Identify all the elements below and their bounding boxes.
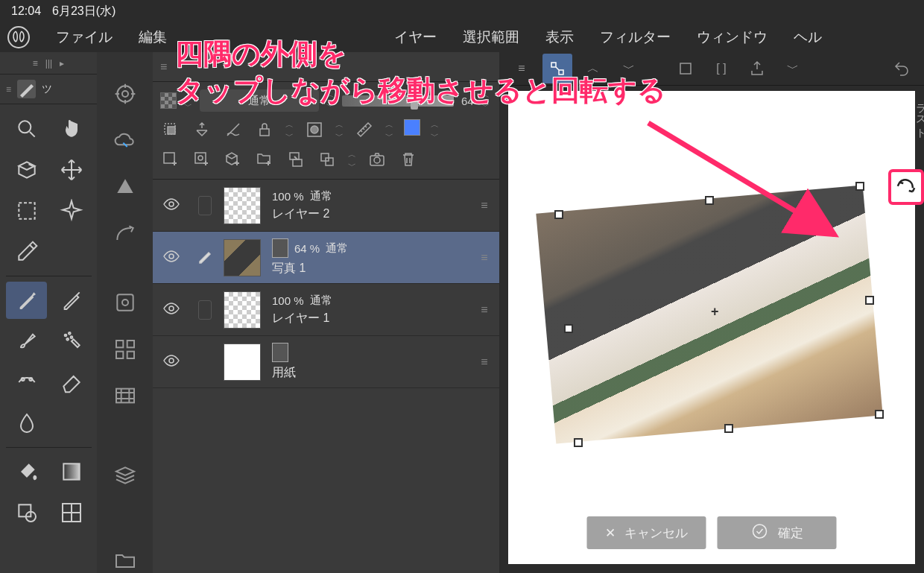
pencil-tool[interactable]: [51, 282, 92, 319]
canvas-viewport[interactable]: + ✕ キャンセル 確定: [508, 91, 915, 564]
checkerboard-icon[interactable]: [160, 92, 177, 109]
down-icon[interactable]: ﹀: [614, 54, 644, 83]
visibility-eye-icon[interactable]: [162, 195, 180, 216]
down-icon[interactable]: ﹀: [778, 54, 808, 83]
mask-icon[interactable]: [304, 119, 325, 140]
lock-slot[interactable]: [198, 300, 212, 320]
layer-menu-icon[interactable]: ≡: [469, 251, 499, 265]
pen-tool[interactable]: [6, 282, 47, 319]
transform-handle-tm[interactable]: [705, 196, 714, 205]
visibility-eye-icon[interactable]: [162, 247, 180, 268]
reference-layer-icon[interactable]: [192, 119, 212, 140]
eraser-tool[interactable]: [51, 364, 92, 401]
opacity-slider[interactable]: [342, 95, 454, 107]
liquify-tool[interactable]: [51, 405, 92, 442]
rect-icon[interactable]: [671, 54, 700, 83]
frame-tool[interactable]: [51, 494, 92, 531]
edit-pencil-icon[interactable]: [196, 247, 214, 268]
zoom-tool[interactable]: [6, 110, 47, 148]
menu-view[interactable]: 表示: [545, 28, 574, 47]
transform-target-photo[interactable]: [536, 185, 882, 443]
auto-select-tool[interactable]: [51, 192, 92, 229]
menu-help[interactable]: ヘル: [794, 28, 822, 47]
brush-tool[interactable]: [6, 323, 47, 360]
layer-color-chip[interactable]: [404, 119, 420, 136]
grid-icon[interactable]: [108, 338, 142, 362]
new-raster-layer-icon[interactable]: [160, 149, 181, 170]
chevron-icon[interactable]: ︿﹀: [385, 119, 393, 142]
bracket-icon[interactable]: [ ]: [706, 54, 736, 83]
drag-handle-icon[interactable]: ≡: [6, 84, 11, 95]
chevron-icon[interactable]: ︿﹀: [326, 89, 335, 112]
menu-file[interactable]: ファイル: [56, 28, 113, 47]
chevron-icon[interactable]: ︿﹀: [348, 149, 356, 171]
figure-tool[interactable]: [6, 494, 47, 531]
film-icon[interactable]: [108, 384, 142, 408]
layers-icon[interactable]: [108, 463, 142, 488]
layer-row[interactable]: 用紙 ≡: [153, 336, 499, 388]
draft-layer-icon[interactable]: [223, 119, 244, 140]
tab-illustration[interactable]: ラスト: [914, 97, 924, 133]
app-logo-icon[interactable]: [7, 26, 30, 48]
clip-mask-icon[interactable]: [160, 119, 181, 140]
export-icon[interactable]: [742, 54, 772, 83]
transform-handle-ml[interactable]: [564, 324, 573, 333]
eyedropper-tool[interactable]: [6, 233, 47, 270]
visibility-eye-icon[interactable]: [162, 300, 180, 320]
up-icon[interactable]: ︿: [578, 54, 608, 83]
merge-icon[interactable]: [317, 149, 338, 170]
ruler-icon[interactable]: [354, 119, 375, 140]
transform-handle-br[interactable]: [875, 410, 884, 419]
transform-center-icon[interactable]: +: [711, 304, 719, 320]
menu-filter[interactable]: フィルター: [600, 28, 671, 47]
visibility-eye-icon[interactable]: [162, 352, 180, 373]
layer-row[interactable]: 100 % 通常 レイヤー 2 ≡: [153, 180, 499, 232]
palette-dock-tabs[interactable]: ≡ ||| ▸: [0, 52, 97, 75]
menu-window[interactable]: ウィンドウ: [697, 28, 768, 47]
transform-handle-tl[interactable]: [554, 210, 563, 219]
menu-icon[interactable]: ≡: [507, 54, 537, 83]
chevron-icon[interactable]: ︿﹀: [285, 119, 294, 142]
blend-tool[interactable]: [6, 405, 47, 442]
layer-row[interactable]: 64 % 通常 写真 1 ≡: [153, 232, 499, 284]
lock-icon[interactable]: [254, 119, 275, 140]
cancel-button[interactable]: ✕ キャンセル: [587, 516, 706, 549]
object-tool[interactable]: [6, 151, 47, 189]
marquee-tool[interactable]: [6, 192, 47, 229]
decoration-tool[interactable]: [6, 364, 47, 401]
folder-icon[interactable]: [108, 548, 142, 573]
chevron-icon[interactable]: ︿﹀: [335, 119, 344, 142]
subtool-brush-icon[interactable]: [17, 80, 36, 98]
new-3d-layer-icon[interactable]: [223, 149, 244, 170]
transform-handle-bm[interactable]: [724, 424, 733, 433]
move-tool[interactable]: [51, 151, 92, 189]
trash-icon[interactable]: [398, 149, 419, 170]
layer-row[interactable]: 100 % 通常 レイヤー 1 ≡: [153, 284, 499, 336]
confirm-button[interactable]: 確定: [718, 516, 837, 549]
new-vector-layer-icon[interactable]: [192, 149, 212, 170]
transform-handle-mr[interactable]: [865, 296, 874, 305]
layer-menu-icon[interactable]: ≡: [469, 303, 499, 317]
cloud-icon[interactable]: [108, 129, 142, 153]
curve-icon[interactable]: [108, 222, 142, 247]
gradient-tool[interactable]: [51, 453, 92, 490]
chevron-icon[interactable]: ︿﹀: [184, 89, 192, 112]
drag-handle-icon[interactable]: ≡: [160, 60, 167, 74]
fill-tool[interactable]: [6, 453, 47, 490]
target-icon[interactable]: [108, 82, 142, 107]
hand-tool[interactable]: [51, 110, 92, 148]
chevron-icon[interactable]: ︿﹀: [431, 119, 439, 142]
transform-handle-tr[interactable]: [855, 182, 864, 191]
color-set-icon[interactable]: [108, 291, 142, 315]
move-layer-tool[interactable]: [51, 233, 92, 270]
chevron-icon[interactable]: ︿﹀: [481, 89, 490, 112]
camera-icon[interactable]: [367, 149, 387, 170]
triangle-icon[interactable]: [108, 175, 142, 200]
layer-menu-icon[interactable]: ≡: [469, 199, 499, 212]
airbrush-tool[interactable]: [51, 323, 92, 360]
layer-menu-icon[interactable]: ≡: [469, 355, 499, 369]
transform-handle-bl[interactable]: [574, 438, 583, 447]
menu-layer[interactable]: イヤー: [394, 28, 437, 47]
new-folder-icon[interactable]: [254, 149, 275, 170]
transfer-down-icon[interactable]: [285, 149, 306, 170]
